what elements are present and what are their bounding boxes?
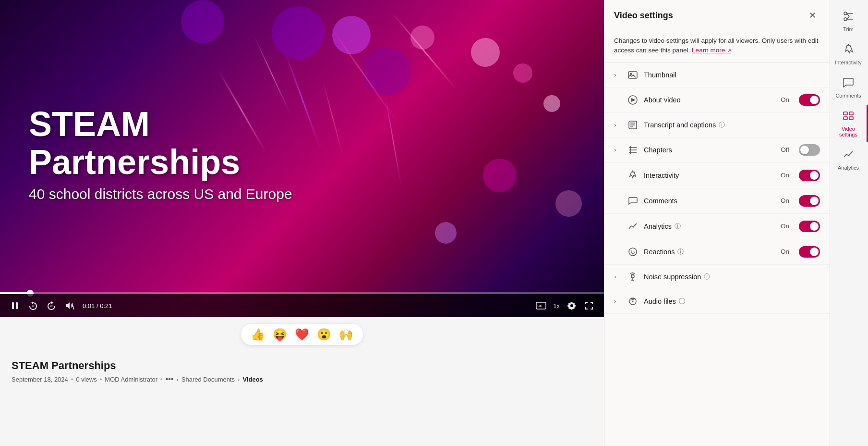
fullscreen-button[interactable] bbox=[582, 298, 596, 313]
transcript-label-text: Transcript and captions bbox=[644, 121, 716, 129]
audio-icon bbox=[627, 296, 638, 307]
audio-label-text: Audio files bbox=[644, 297, 676, 305]
svg-point-35 bbox=[848, 44, 849, 46]
chapters-status: Off bbox=[781, 146, 789, 153]
analytics-toggle[interactable] bbox=[799, 221, 820, 232]
analytics-info-icon[interactable]: ⓘ bbox=[675, 222, 681, 231]
thumbnail-label: Thumbnail bbox=[644, 71, 820, 79]
transcript-icon bbox=[627, 120, 638, 130]
pause-button[interactable] bbox=[8, 298, 22, 313]
settings-row-thumbnail[interactable]: › Thumbnail bbox=[604, 63, 830, 87]
forward-button[interactable]: 10 bbox=[44, 298, 59, 313]
interactivity-status: On bbox=[781, 172, 789, 179]
noise-label: Noise suppression ⓘ bbox=[644, 273, 820, 281]
settings-list: › Thumbnail › About video On bbox=[604, 63, 830, 446]
chevron-thumbnail: › bbox=[614, 71, 622, 78]
volume-button[interactable] bbox=[62, 298, 77, 313]
nav-item-interactivity[interactable]: Interactivity bbox=[830, 39, 868, 70]
svg-point-29 bbox=[844, 18, 847, 21]
captions-button[interactable]: CC bbox=[534, 298, 548, 313]
settings-row-noise[interactable]: › Noise suppression ⓘ bbox=[604, 265, 830, 289]
thumbnail-icon bbox=[627, 70, 638, 80]
settings-row-reactions: › Reactions ⓘ On bbox=[604, 239, 830, 265]
reactions-label-text: Reactions bbox=[644, 248, 675, 256]
svg-point-28 bbox=[632, 300, 634, 302]
reactions-status: On bbox=[781, 248, 789, 255]
reactions-settings-icon bbox=[627, 247, 638, 257]
about-video-toggle[interactable] bbox=[799, 94, 820, 106]
player-settings-button[interactable] bbox=[565, 298, 579, 313]
reaction-heart[interactable]: ❤️ bbox=[295, 328, 309, 341]
about-video-status: On bbox=[781, 96, 789, 103]
svg-line-34 bbox=[847, 16, 849, 19]
video-title-line2: Partnerships bbox=[29, 143, 575, 181]
speed-button[interactable]: 1x bbox=[551, 298, 562, 313]
nav-comments-icon bbox=[843, 77, 854, 91]
breadcrumb-videos[interactable]: Videos bbox=[242, 376, 263, 383]
svg-rect-39 bbox=[849, 117, 853, 120]
svg-rect-1 bbox=[16, 302, 18, 309]
svg-point-8 bbox=[630, 73, 632, 74]
nav-settings-label: Video settings bbox=[834, 126, 863, 137]
learn-more-link[interactable]: Learn more ↗ bbox=[692, 47, 731, 54]
about-video-label: About video bbox=[644, 96, 775, 104]
analytics-label-text: Analytics bbox=[644, 223, 672, 230]
svg-marker-10 bbox=[631, 98, 636, 102]
video-date: September 18, 2024 bbox=[12, 376, 68, 383]
settings-row-transcript[interactable]: › Transcript and captions ⓘ bbox=[604, 113, 830, 137]
reaction-clap[interactable]: 🙌 bbox=[339, 328, 353, 341]
settings-row-chapters[interactable]: › Chapters Off bbox=[604, 137, 830, 163]
video-content-overlay: STEAM Partnerships 40 school districts a… bbox=[0, 0, 604, 317]
svg-point-24 bbox=[634, 250, 635, 251]
settings-row-about-video: › About video On bbox=[604, 87, 830, 113]
nav-item-video-settings[interactable]: Video settings bbox=[830, 105, 868, 142]
reactions-toggle[interactable] bbox=[799, 246, 820, 258]
noise-info-icon[interactable]: ⓘ bbox=[704, 273, 710, 281]
svg-point-22 bbox=[629, 248, 637, 256]
nav-item-analytics[interactable]: Analytics bbox=[830, 144, 868, 175]
chapters-toggle[interactable] bbox=[799, 144, 820, 156]
video-controls: 10 10 0:01 / 0:21 bbox=[0, 294, 604, 317]
svg-rect-38 bbox=[849, 112, 853, 115]
reactions-info-icon[interactable]: ⓘ bbox=[677, 248, 684, 256]
reaction-wow[interactable]: 😮 bbox=[317, 328, 331, 341]
reaction-thumbsup[interactable]: 👍 bbox=[251, 328, 265, 341]
interactivity-toggle[interactable] bbox=[799, 170, 820, 181]
settings-row-audio[interactable]: › Audio files ⓘ bbox=[604, 289, 830, 314]
settings-title: Video settings bbox=[614, 11, 673, 21]
svg-point-23 bbox=[631, 250, 632, 251]
nav-item-comments[interactable]: Comments bbox=[830, 72, 868, 103]
chevron-noise: › bbox=[614, 273, 622, 280]
nav-interactivity-label: Interactivity bbox=[835, 60, 862, 65]
reaction-laugh[interactable]: 😝 bbox=[273, 328, 287, 341]
time-display: 0:01 / 0:21 bbox=[83, 302, 112, 310]
video-player[interactable]: STEAM Partnerships 40 school districts a… bbox=[0, 0, 604, 317]
chapters-label: Chapters bbox=[644, 146, 775, 154]
transcript-label: Transcript and captions ⓘ bbox=[644, 121, 820, 129]
nav-analytics-label: Analytics bbox=[838, 165, 859, 171]
svg-rect-37 bbox=[844, 117, 847, 120]
comments-settings-icon bbox=[627, 196, 638, 206]
more-options-dots[interactable]: ••• bbox=[166, 375, 174, 384]
comments-toggle[interactable] bbox=[799, 195, 820, 207]
nav-comments-label: Comments bbox=[835, 93, 861, 99]
chapters-icon bbox=[627, 145, 638, 155]
close-settings-button[interactable]: ✕ bbox=[805, 8, 820, 23]
time-current: 0:01 bbox=[83, 302, 95, 310]
reactions-bar: 👍 😝 ❤️ 😮 🙌 bbox=[0, 317, 604, 352]
nav-interactivity-icon bbox=[843, 44, 854, 58]
breadcrumb-shared[interactable]: Shared Documents bbox=[181, 376, 235, 383]
nav-settings-icon bbox=[843, 110, 854, 124]
rewind-button[interactable]: 10 bbox=[26, 298, 40, 313]
svg-text:10: 10 bbox=[50, 304, 53, 307]
video-author: MOD Administrator bbox=[105, 376, 157, 383]
nav-item-trim[interactable]: Trim bbox=[830, 6, 868, 37]
learn-more-text: Learn more bbox=[692, 47, 725, 54]
audio-label: Audio files ⓘ bbox=[644, 297, 820, 306]
right-nav: Trim Interactivity Comments bbox=[830, 0, 868, 446]
audio-info-icon[interactable]: ⓘ bbox=[679, 297, 685, 306]
about-video-icon bbox=[627, 95, 638, 105]
chevron-chapters: › bbox=[614, 146, 622, 153]
video-info: STEAM Partnerships September 18, 2024 • … bbox=[0, 352, 604, 391]
transcript-info-icon[interactable]: ⓘ bbox=[719, 121, 725, 129]
